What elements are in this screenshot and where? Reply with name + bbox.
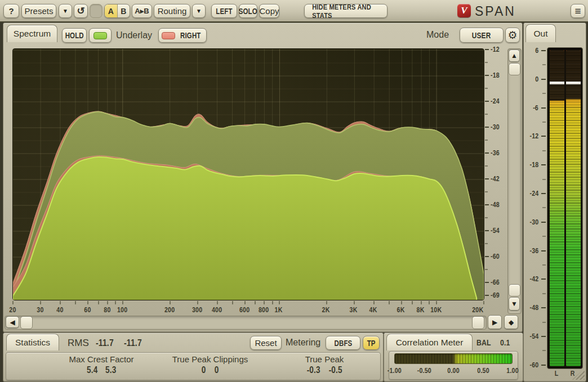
out-scale-minor-tick <box>542 322 546 323</box>
mode-value-label: USER <box>472 31 491 40</box>
dbfs-button[interactable]: DBFS <box>326 336 360 350</box>
db-tick-label: -42 <box>491 174 500 183</box>
out-scale-tick <box>541 136 546 137</box>
out-scale-minor-tick <box>542 179 546 180</box>
tab-statistics[interactable]: Statistics <box>6 334 59 350</box>
spectrum-display[interactable] <box>12 48 484 300</box>
freq-tick <box>255 301 256 304</box>
ab-compare-a-button[interactable]: A <box>105 5 118 17</box>
left-channel-label: LEFT <box>216 7 232 16</box>
tab-out[interactable]: Out <box>525 24 556 42</box>
mode-label: Mode <box>426 30 449 40</box>
freq-tick <box>170 301 171 304</box>
freq-tick <box>483 301 484 304</box>
db-tick-label: -48 <box>491 200 500 209</box>
copy-label: Copy <box>259 6 279 16</box>
undo-icon: ↺ <box>77 5 84 17</box>
a-to-b-button[interactable]: A▸B <box>132 4 152 18</box>
left-color-swatch-button[interactable] <box>89 28 112 43</box>
tab-spectrum[interactable]: Spectrum <box>7 25 57 42</box>
freq-tick-label: 20 <box>9 305 16 314</box>
out-scale-minor-tick <box>542 150 546 151</box>
db-tick <box>485 152 489 154</box>
out-scale-tick <box>541 278 546 280</box>
menu-button[interactable]: ≡ <box>571 4 585 18</box>
out-scale-label: -12 <box>529 132 538 140</box>
stat-group-max-crest-factor: Max Crest Factor 5.4 5.3 <box>39 354 163 375</box>
out-scale-tick <box>541 250 546 251</box>
horizontal-zoom-scrollbar[interactable] <box>5 316 487 330</box>
routing-button[interactable]: Routing <box>154 4 190 18</box>
ab-compare-b-label: B <box>121 7 126 16</box>
bal-value: 0.1 <box>500 338 510 347</box>
freq-tick <box>373 301 375 304</box>
out-scale-label: 0 <box>535 75 538 83</box>
freq-tick-label: 40 <box>56 305 63 314</box>
db-tick <box>485 49 489 50</box>
freq-tick <box>232 301 233 304</box>
help-button-label: ? <box>8 6 14 16</box>
help-button[interactable]: ? <box>3 4 19 18</box>
presets-button[interactable]: Presets <box>21 4 56 18</box>
freq-tick <box>326 301 327 304</box>
rms-value-right: -11.7 <box>124 338 142 349</box>
db-minor-tick <box>485 62 488 63</box>
diamond-icon: ◆ <box>509 318 514 326</box>
solo-button[interactable]: SOLO <box>239 4 257 18</box>
freq-tick <box>264 301 265 304</box>
a-to-b-label: A▸B <box>135 7 149 15</box>
scroll-left-button[interactable]: ◀ <box>6 316 19 328</box>
metering-label: Metering <box>286 338 320 348</box>
horizontal-zoom-handle-right[interactable] <box>472 316 484 329</box>
freq-tick-label: 300 <box>192 305 202 314</box>
freq-tick <box>115 301 116 304</box>
hide-meters-and-stats-label: HIDE METERS AND STATS <box>312 3 380 20</box>
channel-label-left: L <box>555 369 559 377</box>
ab-compare-b-button[interactable]: B <box>118 5 130 17</box>
undo-button[interactable]: ↺ <box>74 4 88 18</box>
freq-tick <box>401 301 402 304</box>
vertical-zoom-handle-top[interactable] <box>509 63 520 75</box>
reset-button[interactable]: Reset <box>250 336 282 350</box>
freq-tick <box>389 301 390 304</box>
routing-button-label: Routing <box>158 6 187 16</box>
db-tick <box>485 101 489 102</box>
copy-button[interactable]: Copy <box>259 4 279 18</box>
db-tick-label: -12 <box>491 45 500 53</box>
settings-button[interactable]: ⚙ <box>505 28 520 43</box>
out-scale-tick <box>541 222 546 223</box>
scroll-right-button[interactable]: ▶ <box>488 315 502 329</box>
toolbar: ? Presets ▼ ↺ A B A▸B Routing ▼ LEFT SOL… <box>0 0 588 23</box>
right-underlay-button[interactable]: RIGHT <box>158 28 207 43</box>
stat-group-true-peak: True Peak -0.3 -0.5 <box>262 354 386 375</box>
db-tick <box>485 75 489 76</box>
correlation-tick-label: -1.00 <box>387 366 401 375</box>
mode-value-button[interactable]: USER <box>460 28 504 43</box>
out-scale-label: -30 <box>529 218 538 226</box>
routing-dropdown-button[interactable]: ▼ <box>192 4 206 18</box>
out-scale-tick <box>541 107 546 109</box>
freq-tick <box>107 301 108 304</box>
freq-tick-label: 80 <box>104 305 110 314</box>
true-peak-toggle-button[interactable]: TP <box>363 336 380 350</box>
zoom-reset-button[interactable]: ◆ <box>504 315 518 329</box>
vertical-zoom-handle-bottom[interactable] <box>509 284 520 296</box>
out-scale-label: -42 <box>529 275 538 283</box>
arrow-left-icon: ◀ <box>10 318 15 326</box>
freq-tick <box>75 301 76 304</box>
db-minor-tick <box>485 217 488 218</box>
db-tick <box>485 127 489 128</box>
tab-correlation-meter[interactable]: Correlation Meter <box>386 334 473 350</box>
gear-icon: ⚙ <box>507 29 517 42</box>
db-tick-label: -60 <box>491 252 500 260</box>
arrow-down-icon: ▼ <box>511 300 518 308</box>
arrow-up-icon: ▲ <box>511 52 518 60</box>
presets-dropdown-button[interactable]: ▼ <box>59 4 72 18</box>
hold-button[interactable]: HOLD <box>62 28 87 43</box>
out-scale-minor-tick <box>542 293 546 294</box>
left-channel-button[interactable]: LEFT <box>211 4 237 18</box>
rms-value-left: -11.7 <box>96 338 114 349</box>
horizontal-zoom-handle-left[interactable] <box>20 316 33 329</box>
out-scale-tick <box>541 193 546 194</box>
hide-meters-and-stats-button[interactable]: HIDE METERS AND STATS <box>304 4 387 18</box>
